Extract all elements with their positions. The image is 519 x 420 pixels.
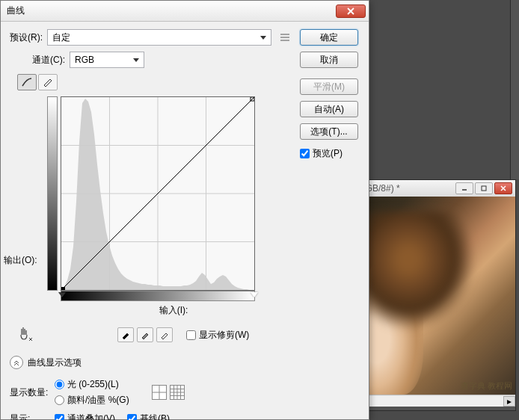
smooth-button: 平滑(M): [300, 78, 358, 95]
document-window: RGB/8#) * 查字典 教程网 ◂ ▸: [355, 179, 516, 411]
maximize-button[interactable]: [475, 182, 493, 194]
expand-options-label: 曲线显示选项: [28, 356, 82, 369]
baseline-checkbox[interactable]: 基线(B): [127, 413, 170, 420]
preset-menu-icon[interactable]: [277, 30, 292, 45]
output-gradient: [47, 96, 58, 291]
preview-checkbox[interactable]: 预览(P): [300, 147, 360, 160]
input-label: 输入(I):: [55, 304, 292, 317]
dialog-close-button[interactable]: [336, 4, 366, 18]
black-eyedropper[interactable]: [117, 327, 134, 342]
curve-graph[interactable]: [61, 96, 255, 291]
show-label: 显示:: [10, 413, 55, 420]
curve-point-tool[interactable]: [17, 74, 37, 90]
show-clipping-checkbox[interactable]: 显示修剪(W): [186, 329, 249, 342]
input-gradient: [61, 291, 255, 301]
ok-button[interactable]: 确定: [300, 29, 358, 46]
preset-dropdown[interactable]: 自定: [47, 29, 271, 46]
target-adjust-icon[interactable]: [17, 324, 38, 345]
channel-label: 通道(C):: [32, 54, 65, 67]
channel-overlay-checkbox[interactable]: 通道叠加(V): [55, 413, 115, 420]
gray-eyedropper[interactable]: [137, 327, 153, 342]
scroll-right-icon[interactable]: ▸: [503, 396, 515, 407]
expand-options-button[interactable]: [10, 356, 23, 369]
output-label: 输出(O):: [4, 254, 37, 267]
white-eyedropper[interactable]: [156, 327, 173, 342]
detailed-grid-icon[interactable]: [170, 385, 185, 400]
document-titlebar[interactable]: RGB/8#) *: [356, 180, 515, 197]
close-button[interactable]: [494, 182, 512, 194]
svg-rect-16: [61, 287, 65, 290]
white-point-slider[interactable]: [251, 292, 258, 297]
minimize-button[interactable]: [455, 182, 473, 194]
horizontal-scrollbar[interactable]: ◂ ▸: [356, 395, 515, 407]
ink-radio[interactable]: 颜料/油墨 %(G): [55, 394, 129, 407]
svg-rect-1: [482, 186, 486, 191]
options-button[interactable]: 选项(T)...: [300, 123, 358, 140]
light-radio[interactable]: 光 (0-255)(L): [55, 378, 129, 391]
cancel-button[interactable]: 取消: [300, 52, 358, 68]
document-title: RGB/8#) *: [359, 183, 455, 194]
simple-grid-icon[interactable]: [152, 385, 167, 400]
black-point-slider[interactable]: [58, 292, 66, 297]
document-canvas[interactable]: 查字典 教程网: [356, 197, 515, 395]
watermark-text: 查字典 教程网: [461, 380, 512, 392]
dialog-title: 曲线: [4, 4, 336, 17]
auto-button[interactable]: 自动(A): [300, 101, 358, 117]
channel-dropdown[interactable]: RGB: [70, 52, 144, 68]
show-amount-label: 显示数量:: [10, 386, 55, 399]
curves-dialog: 曲线 预设(R): 自定 通道(C): RGB: [0, 0, 369, 420]
preset-label: 预设(R):: [10, 31, 43, 44]
dialog-titlebar[interactable]: 曲线: [1, 1, 369, 22]
curve-pencil-tool[interactable]: [38, 74, 58, 90]
